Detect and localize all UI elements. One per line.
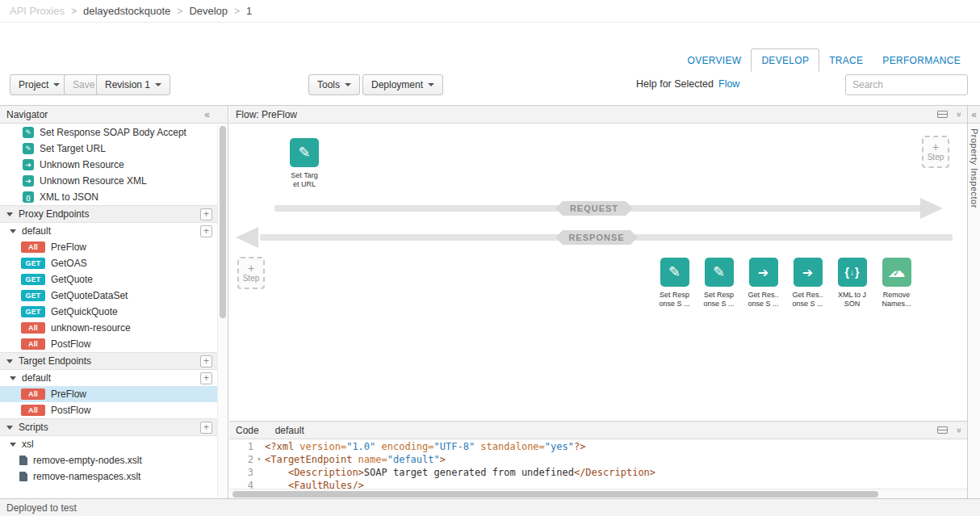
navigator-title: Navigator [6,109,48,120]
code-segment: > [440,454,446,465]
tab-performance[interactable]: PERFORMANCE [873,48,970,72]
nav-section-proxy-endpoints[interactable]: Proxy Endpoints+ [0,205,217,223]
nav-flow-getoas[interactable]: GETGetOAS [0,255,217,271]
caret-down-icon[interactable] [10,376,16,380]
nav-file-remove-empty-nodes-xslt[interactable]: remove-empty-nodes.xslt [0,452,217,468]
nav-policy-set-target-url[interactable]: ✎Set Target URL [0,141,217,157]
add-button[interactable]: + [200,225,212,237]
response-policy[interactable]: ➔Get Res..onse S ... [741,258,785,309]
label-line: Get Res.. [748,291,778,300]
plus-icon: + [248,263,254,273]
caret-down-icon[interactable] [6,426,13,430]
collapse-navigator-icon[interactable]: « [204,109,210,120]
response-policy[interactable]: ✎Set Response S ... [697,258,741,309]
expand-property-inspector-icon[interactable]: « [971,109,977,120]
save-label: Save [73,79,94,90]
nav-section-target-endpoints[interactable]: Target Endpoints+ [0,352,217,370]
flow-header-icons: « [937,110,961,120]
nav-flow-preflow[interactable]: AllPreFlow [0,239,217,255]
selected-flow-link[interactable]: Flow [718,78,739,90]
code-segment [265,467,288,478]
response-policy[interactable]: ➔Get Res..onse S ... [785,258,830,309]
xml-to-json-icon: {↓} [838,258,867,287]
policy-label: Get Res..onse S ... [748,291,778,309]
project-menu-button[interactable]: Project [10,74,69,95]
policy-label: Get Res..onse S ... [792,291,823,309]
breadcrumb-revision: 1 [246,5,252,17]
policy-label: XML to JSON [838,291,866,309]
method-badge: All [21,241,45,253]
nav-flow-getquickquote[interactable]: GETGetQuickQuote [0,304,217,320]
caret-down-icon[interactable] [6,212,13,216]
add-button[interactable]: + [200,422,212,434]
scrollbar-thumb[interactable] [220,126,226,318]
navigator-header: Navigator « [0,106,228,124]
response-badge: RESPONSE [555,230,638,245]
response-policy[interactable]: ☁✓RemoveNames... [874,258,919,309]
collapse-panel-icon[interactable]: « [953,111,963,116]
flow-label: PostFlow [51,338,90,350]
add-button[interactable]: + [200,208,212,220]
deployment-menu-button[interactable]: Deployment [362,74,443,95]
flow-label: GetOAS [51,258,87,269]
caret-down-icon[interactable] [10,229,16,233]
code-segment: version= [299,441,346,452]
nav-flow-postflow[interactable]: AllPostFlow [0,402,217,418]
collapse-panel-icon[interactable]: « [953,427,963,432]
tab-trace[interactable]: TRACE [819,48,873,72]
caret-down-icon[interactable] [6,359,13,363]
breadcrumb-develop[interactable]: Develop [189,5,228,17]
add-button[interactable]: + [200,372,212,384]
scrollbar-thumb[interactable] [232,491,878,498]
nav-group-xsl[interactable]: xsl [0,436,217,452]
nav-policy-unknown-resource-xml[interactable]: ➔Unknown Resource XML [0,173,217,189]
revision-menu-button[interactable]: Revision 1 [96,74,170,95]
nav-policy-xml-to-json[interactable]: {}XML to JSON [0,189,217,205]
add-step-button[interactable]: + Step [922,136,949,168]
search-input[interactable] [845,74,968,95]
nav-flow-getquote[interactable]: GETGetQuote [0,271,217,288]
code-segment: SOAP target generated from undefined [364,467,574,478]
response-policy[interactable]: ✎Set Response S ... [652,258,697,309]
fold-widget[interactable]: ▾ [253,453,265,466]
add-button[interactable]: + [200,355,212,367]
breadcrumb-api-proxies[interactable]: API Proxies [10,5,65,17]
request-policy[interactable]: ✎ Set Targ et URL [279,138,329,189]
label-line: onse S ... [748,300,778,309]
response-policy[interactable]: {↓}XML to JSON [830,258,874,309]
nav-policy-unknown-resource[interactable]: ➔Unknown Resource [0,157,217,173]
breadcrumb-proxy-name[interactable]: delayedstockquote [83,5,170,17]
response-arrowhead-icon [236,227,258,248]
nav-flow-unknown-resource[interactable]: Allunknown-resource [0,320,217,336]
breadcrumb: API Proxies > delayedstockquote > Develo… [0,0,980,23]
nav-section-scripts[interactable]: Scripts+ [0,418,217,436]
nav-file-remove-namespaces-xslt[interactable]: remove-namespaces.xslt [0,468,217,485]
step-label: Step [243,274,260,283]
cloud-check-icon: ☁✓ [882,258,911,287]
help-for-selected-label: Help for Selected [636,78,714,90]
label-line: Get Res.. [792,291,823,300]
nav-flow-getquotedataset[interactable]: GETGetQuoteDataSet [0,288,217,304]
flow-label: PostFlow [51,405,90,416]
code-segment: "1.0" [346,441,375,452]
split-view-icon[interactable] [937,111,948,118]
main-tabs: OVERVIEW DEVELOP TRACE PERFORMANCE [678,48,970,72]
tools-menu-button[interactable]: Tools [308,74,360,95]
code-tab-default[interactable]: default [275,425,304,436]
nav-flow-preflow[interactable]: AllPreFlow [0,386,217,402]
method-badge: All [21,388,45,400]
add-step-button[interactable]: + Step [237,257,265,289]
apigee-proxy-editor: API Proxies > delayedstockquote > Develo… [0,0,980,529]
nav-group-default[interactable]: default+ [0,370,217,386]
nav-group-default[interactable]: default+ [0,223,217,239]
policy-label: Set Target URL [40,143,106,154]
tab-develop[interactable]: DEVELOP [751,48,819,72]
caret-down-icon[interactable] [10,443,16,447]
split-view-icon[interactable] [937,426,948,434]
nav-policy-set-response-soap-body-accept[interactable]: ✎Set Response SOAP Body Accept [0,124,217,141]
label-line: Set Resp [659,291,689,300]
nav-flow-postflow[interactable]: AllPostFlow [0,336,217,352]
request-arrowhead-icon [920,198,943,219]
property-inspector-strip: « Property Inspector [967,106,980,499]
tab-overview[interactable]: OVERVIEW [678,48,752,72]
